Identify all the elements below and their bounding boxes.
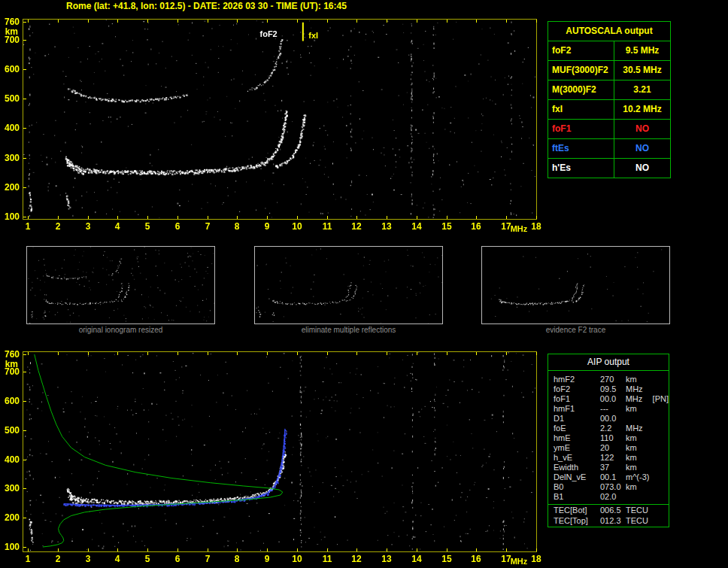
- aip-table-title: AIP output: [548, 354, 669, 371]
- autoscala-param-label: MUF(3000)F2: [548, 61, 614, 80]
- aip-row: hmE110km: [548, 433, 669, 443]
- aip-param-name: Ewidth: [554, 463, 600, 472]
- aip-param-value: 00.0: [600, 394, 626, 404]
- aip-param-extra: [653, 472, 669, 482]
- autoscala-param-value: NO: [614, 120, 670, 138]
- autoscala-param-label: h'Es: [548, 159, 614, 178]
- aip-param-extra: [653, 443, 669, 453]
- autoscala-param-label: foF2: [548, 41, 614, 60]
- aip-param-value: 02.0: [600, 492, 626, 502]
- autoscala-screen: Rome (lat: +41.8, lon: 012.5) - DATE: 20…: [0, 0, 728, 568]
- aip-param-value: 012.3: [600, 516, 626, 526]
- aip-param-unit: TECU: [626, 516, 653, 526]
- thumbnail-original-ionogram: [26, 246, 215, 324]
- aip-param-name: TEC[Top]: [554, 516, 600, 526]
- autoscala-table-body: foF29.5 MHzMUF(3000)F230.5 MHzM(3000)F23…: [548, 41, 670, 178]
- aip-param-extra: [653, 453, 669, 463]
- aip-param-extra: [653, 463, 669, 472]
- aip-param-unit: TECU: [626, 506, 653, 516]
- aip-row: h_vE122km: [548, 453, 669, 463]
- caption-eliminate-reflections: eliminate multiple reflections: [254, 326, 443, 334]
- aip-param-unit: km: [626, 404, 653, 414]
- aip-param-extra: [653, 384, 669, 394]
- caption-evidence-f2-trace: evidence F2 trace: [481, 326, 670, 334]
- aip-param-value: 073.0: [600, 482, 626, 492]
- aip-param-extra: [653, 414, 669, 424]
- autoscala-param-label: ftEs: [548, 139, 614, 158]
- aip-param-extra: [PN]: [653, 394, 669, 404]
- aip-row: TEC[Top]012.3TECU: [548, 516, 669, 526]
- aip-row: ymE20km: [548, 443, 669, 453]
- autoscala-row: h'EsNO: [548, 159, 670, 178]
- aip-param-name: B0: [554, 482, 600, 492]
- aip-param-extra: [653, 375, 669, 384]
- thumbnail-original-canvas: [27, 247, 214, 323]
- aip-param-name: hmE: [554, 433, 600, 443]
- aip-row: hmF2270km: [548, 375, 669, 384]
- aip-param-value: 37: [600, 463, 626, 472]
- thumbnail-eliminate-reflections: [254, 246, 443, 324]
- aip-row: D100.0: [548, 414, 669, 424]
- caption-original-ionogram: original ionogram resized: [26, 326, 215, 334]
- autoscala-param-label: M(3000)F2: [548, 80, 614, 99]
- aip-param-unit: m^(-3): [626, 472, 653, 482]
- autoscala-row: foF29.5 MHz: [548, 41, 670, 61]
- aip-row: DelN_vE00.1m^(-3): [548, 472, 669, 482]
- aip-row: foF100.0MHz[PN]: [548, 394, 669, 404]
- autoscala-param-value: NO: [614, 139, 670, 158]
- autoscala-param-value: NO: [614, 159, 670, 178]
- aip-param-value: 20: [600, 443, 626, 453]
- top-ionogram-canvas: [0, 11, 545, 245]
- aip-row: foF209.5MHz: [548, 384, 669, 394]
- aip-param-value: 2.2: [600, 424, 626, 433]
- aip-param-name: ymE: [554, 443, 600, 453]
- autoscala-row: fxI10.2 MHz: [548, 100, 670, 120]
- aip-param-extra: [653, 404, 669, 414]
- thumbnail-eliminate-canvas: [255, 247, 442, 323]
- station-date-time-title: Rome (lat: +41.8, lon: 012.5) - DATE: 20…: [66, 1, 347, 11]
- aip-param-name: h_vE: [554, 453, 600, 463]
- autoscala-param-value: 10.2 MHz: [614, 100, 670, 119]
- aip-param-unit: km: [626, 453, 653, 463]
- autoscala-output-table: AUTOSCALA output foF29.5 MHzMUF(3000)F23…: [548, 21, 671, 178]
- aip-row: B0073.0km: [548, 482, 669, 492]
- autoscala-table-title: AUTOSCALA output: [548, 22, 670, 41]
- aip-param-name: DelN_vE: [554, 472, 600, 482]
- aip-param-unit: km: [626, 433, 653, 443]
- aip-table-body: hmF2270kmfoF209.5MHzfoF100.0MHz[PN]hmF1-…: [548, 371, 669, 526]
- aip-param-value: 00.1: [600, 472, 626, 482]
- aip-param-unit: km: [626, 375, 653, 384]
- autoscala-row: ftEsNO: [548, 139, 670, 159]
- bottom-ionogram-canvas: [0, 344, 545, 568]
- aip-param-value: 00.0: [600, 414, 626, 424]
- aip-row: TEC[Bot]006.5TECU: [548, 504, 669, 516]
- aip-param-unit: [626, 414, 653, 424]
- autoscala-row: M(3000)F23.21: [548, 80, 670, 100]
- aip-param-unit: km: [626, 443, 653, 453]
- aip-param-extra: [653, 424, 669, 433]
- aip-param-name: TEC[Bot]: [554, 506, 600, 516]
- thumbnail-evidence-canvas: [482, 247, 669, 323]
- aip-param-name: D1: [554, 414, 600, 424]
- aip-param-value: ---: [600, 404, 626, 414]
- autoscala-row: foF1NO: [548, 120, 670, 139]
- aip-param-name: foE: [554, 424, 600, 433]
- aip-param-name: B1: [554, 492, 600, 502]
- autoscala-param-label: foF1: [548, 120, 614, 138]
- aip-param-extra: [653, 492, 669, 502]
- aip-param-value: 006.5: [600, 506, 626, 516]
- autoscala-param-label: fxI: [548, 100, 614, 119]
- aip-param-unit: MHz: [626, 424, 653, 433]
- aip-param-unit: MHz: [626, 394, 653, 404]
- aip-param-extra: [653, 433, 669, 443]
- aip-param-name: hmF2: [554, 375, 600, 384]
- aip-row: B102.0: [548, 492, 669, 502]
- aip-param-value: 09.5: [600, 384, 626, 394]
- autoscala-param-value: 30.5 MHz: [614, 61, 670, 80]
- autoscala-row: MUF(3000)F230.5 MHz: [548, 61, 670, 80]
- autoscala-param-value: 3.21: [614, 80, 670, 99]
- aip-param-unit: MHz: [626, 384, 653, 394]
- aip-row: hmF1---km: [548, 404, 669, 414]
- aip-param-value: 122: [600, 453, 626, 463]
- aip-param-extra: [653, 516, 669, 526]
